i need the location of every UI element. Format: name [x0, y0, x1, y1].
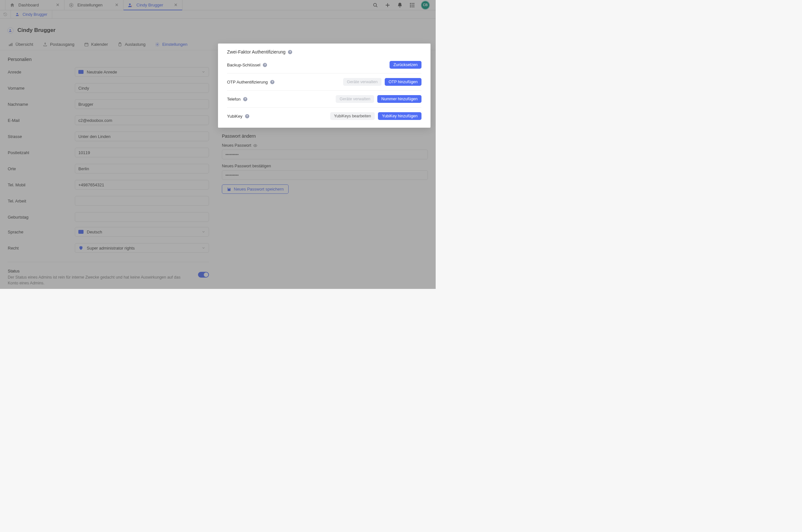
svg-point-0 — [71, 4, 72, 6]
street-input[interactable] — [75, 132, 209, 141]
status-title: Status — [8, 269, 192, 273]
save-password-button[interactable]: Neues Passwort speichern — [222, 185, 289, 194]
new-password-input[interactable] — [222, 150, 428, 159]
otp-add-button[interactable]: OTP hinzufügen — [385, 78, 421, 86]
top-tab-label: Cindy Brugger — [136, 3, 171, 7]
page-title: Cindy Brugger — [17, 27, 55, 34]
plus-icon[interactable] — [385, 2, 390, 8]
svg-point-1 — [129, 3, 131, 5]
zip-input[interactable] — [75, 148, 209, 157]
backup-reset-button[interactable]: Zurücksetzen — [389, 61, 421, 69]
breadcrumb-bar: Cindy Brugger — [0, 10, 436, 19]
svg-rect-9 — [414, 4, 414, 5]
tab-settings[interactable]: Einstellungen — [154, 40, 188, 50]
label-new-password: Neues Passwort — [222, 143, 428, 148]
close-icon[interactable] — [115, 3, 119, 7]
yubikey-edit-button[interactable]: YubiKeys bearbeiten — [330, 112, 375, 120]
svg-point-13 — [16, 13, 18, 14]
chevron-down-icon — [202, 230, 205, 234]
avatar[interactable]: CB — [421, 1, 429, 9]
modal-title: Zwei-Faktor Authentifizierung ? — [227, 49, 421, 55]
tab-outbox[interactable]: Postausgang — [42, 40, 75, 50]
phone-manage-button[interactable]: Geräte verwalten — [336, 95, 374, 103]
svg-rect-4 — [410, 3, 411, 4]
svg-point-15 — [10, 29, 11, 30]
flag-icon — [78, 70, 83, 74]
work-input[interactable] — [75, 196, 209, 206]
close-icon[interactable] — [56, 3, 60, 7]
chevron-down-icon — [202, 70, 205, 74]
salutation-select[interactable]: Neutrale Anrede — [75, 67, 209, 77]
flag-icon — [78, 230, 83, 234]
svg-rect-17 — [9, 44, 10, 46]
label-language: Sprache — [8, 230, 75, 234]
svg-rect-20 — [85, 43, 88, 46]
svg-rect-12 — [414, 6, 414, 7]
eye-icon[interactable] — [253, 144, 257, 148]
help-icon[interactable]: ? — [288, 50, 292, 54]
top-tab-user[interactable]: Cindy Brugger — [123, 0, 183, 10]
user-icon — [127, 2, 133, 8]
svg-point-16 — [11, 31, 12, 31]
label-lastname: Nachname — [8, 102, 75, 107]
svg-rect-7 — [410, 4, 411, 5]
phone-add-button[interactable]: Nummer hinzufügen — [377, 95, 421, 103]
help-icon[interactable]: ? — [270, 80, 274, 84]
svg-rect-5 — [412, 3, 413, 4]
breadcrumb-item[interactable]: Cindy Brugger — [11, 10, 52, 18]
firstname-input[interactable] — [75, 83, 209, 93]
gear-icon — [69, 2, 74, 8]
lastname-input[interactable] — [75, 99, 209, 109]
rights-select[interactable]: Super administrator rights — [75, 243, 209, 253]
label-city: Orte — [8, 166, 75, 171]
search-icon[interactable] — [373, 2, 378, 8]
svg-point-14 — [18, 15, 19, 15]
tab-overview[interactable]: Übersicht — [8, 40, 34, 50]
label-email: E-Mail — [8, 118, 75, 123]
top-tab-dashboard[interactable]: Dashboard — [5, 0, 64, 10]
user-icon — [16, 12, 20, 17]
label-street: Strasse — [8, 134, 75, 139]
apps-icon[interactable] — [409, 2, 415, 8]
top-tab-settings[interactable]: Einstellungen — [64, 0, 123, 10]
city-input[interactable] — [75, 164, 209, 173]
tab-workload[interactable]: Auslastung — [117, 40, 146, 50]
help-icon[interactable]: ? — [245, 114, 249, 118]
chart-icon — [8, 42, 13, 47]
top-tab-bar: Dashboard Einstellungen Cindy Brugger — [0, 0, 436, 10]
password-section-title: Passwort ändern — [222, 133, 428, 139]
label-work: Tel. Arbeit — [8, 198, 75, 204]
save-icon — [227, 187, 231, 191]
language-select[interactable]: Deutsch — [75, 227, 209, 237]
history-icon[interactable] — [0, 10, 11, 18]
confirm-password-input[interactable] — [222, 170, 428, 180]
tab-calendar[interactable]: Kalender — [83, 40, 109, 50]
shield-icon — [78, 246, 83, 250]
chevron-down-icon — [202, 246, 205, 250]
home-icon — [9, 2, 15, 8]
svg-rect-10 — [410, 6, 411, 7]
mobile-input[interactable] — [75, 180, 209, 190]
help-icon[interactable]: ? — [263, 63, 267, 67]
outbox-icon — [43, 42, 47, 47]
birthday-input[interactable] — [75, 212, 209, 222]
top-tab-label: Dashboard — [18, 3, 53, 7]
close-icon[interactable] — [174, 3, 178, 7]
svg-rect-6 — [414, 3, 414, 4]
otp-manage-button[interactable]: Geräte verwalten — [343, 78, 381, 86]
label-firstname: Vorname — [8, 86, 75, 91]
email-input[interactable] — [75, 115, 209, 125]
label-mobile: Tel. Mobil — [8, 183, 75, 187]
breadcrumb-label: Cindy Brugger — [23, 12, 47, 17]
clipboard-icon — [118, 42, 122, 47]
yubikey-add-button[interactable]: YubiKey hinzufügen — [378, 112, 421, 120]
help-icon[interactable]: ? — [243, 97, 247, 101]
top-tab-label: Einstellungen — [77, 3, 112, 7]
svg-rect-19 — [12, 43, 12, 46]
label-rights: Recht — [8, 246, 75, 250]
svg-point-23 — [157, 44, 158, 45]
two-factor-modal: Zwei-Faktor Authentifizierung ? Backup-S… — [218, 43, 431, 128]
bell-icon[interactable] — [397, 2, 403, 8]
status-toggle[interactable] — [198, 272, 209, 278]
svg-point-2 — [131, 5, 132, 6]
